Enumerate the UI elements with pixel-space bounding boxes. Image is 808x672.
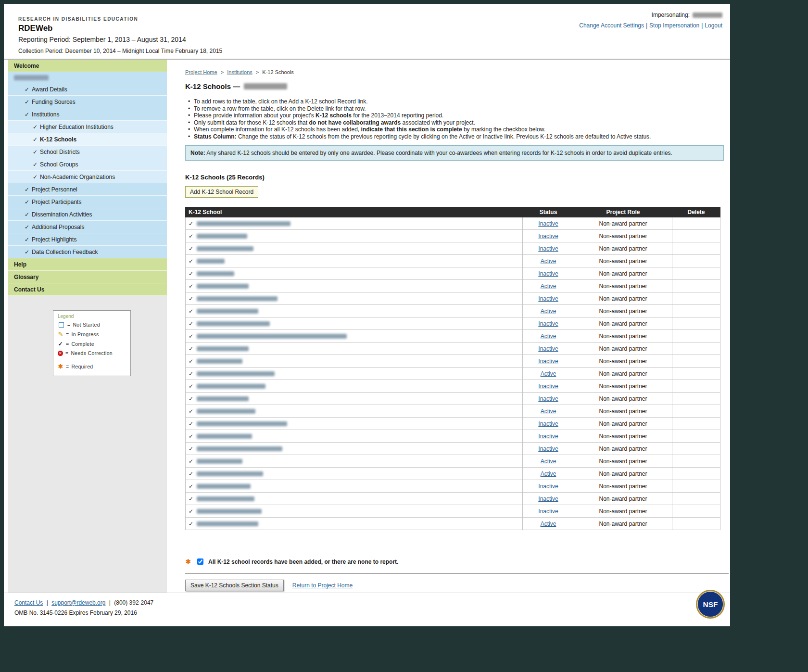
status-link-active[interactable]: Active bbox=[541, 470, 556, 477]
delete-cell bbox=[672, 468, 720, 480]
redacted-school-name bbox=[197, 384, 265, 389]
instruction-item: To add rows to the table, click on the A… bbox=[187, 98, 730, 105]
status-link-inactive[interactable]: Inactive bbox=[538, 433, 558, 440]
sidebar-item-higher-education-institutions[interactable]: Higher Education Institutions bbox=[8, 121, 167, 133]
sidebar-link-help[interactable]: Help bbox=[8, 258, 167, 271]
redacted-school-name bbox=[197, 471, 263, 476]
status-link-inactive[interactable]: Inactive bbox=[538, 345, 558, 352]
school-cell bbox=[186, 430, 523, 443]
status-link-inactive[interactable]: Inactive bbox=[538, 295, 558, 302]
sidebar-item-institutions[interactable]: Institutions bbox=[8, 108, 167, 121]
project-role-cell: Non-award partner bbox=[574, 317, 672, 330]
footer-contact-us-link[interactable]: Contact Us bbox=[14, 599, 43, 606]
page: RESEARCH IN DISABILITIES EDUCATION RDEWe… bbox=[4, 4, 730, 626]
school-cell bbox=[186, 405, 523, 418]
delete-cell bbox=[672, 330, 720, 342]
sidebar-item-school-groups[interactable]: School Groups bbox=[8, 158, 167, 171]
legend-title: Legend bbox=[58, 314, 126, 319]
save-section-status-button[interactable]: Save K-12 Schools Section Status bbox=[185, 580, 284, 591]
table-row: InactiveNon-award partner bbox=[186, 418, 720, 430]
logout-link[interactable]: Logout bbox=[705, 22, 722, 29]
status-link-inactive[interactable]: Inactive bbox=[538, 508, 558, 515]
status-link-inactive[interactable]: Inactive bbox=[538, 245, 558, 252]
separator: | bbox=[701, 22, 703, 29]
sidebar-item-additional-proposals[interactable]: Additional Proposals bbox=[8, 221, 167, 233]
status-link-active[interactable]: Active bbox=[541, 283, 556, 290]
status-link-inactive[interactable]: Inactive bbox=[538, 383, 558, 390]
sidebar-nav: Award DetailsFunding SourcesInstitutions… bbox=[8, 72, 167, 258]
status-link-active[interactable]: Active bbox=[541, 308, 556, 315]
status-link-active[interactable]: Active bbox=[541, 408, 556, 415]
sidebar-item-school-districts[interactable]: School Districts bbox=[8, 146, 167, 158]
delete-cell bbox=[672, 267, 720, 280]
check-icon bbox=[189, 308, 193, 315]
status-link-inactive[interactable]: Inactive bbox=[538, 358, 558, 365]
footer-support-email-link[interactable]: support@rdeweb.org bbox=[51, 599, 105, 606]
legend-equals: = bbox=[66, 364, 69, 369]
redacted-school-name bbox=[197, 359, 242, 364]
status-link-inactive[interactable]: Inactive bbox=[538, 270, 558, 277]
sidebar-link-contact-us[interactable]: Contact Us bbox=[8, 283, 167, 296]
sidebar-item-project-highlights[interactable]: Project Highlights bbox=[8, 233, 167, 246]
sidebar-item-label: Additional Proposals bbox=[32, 224, 84, 230]
project-role-cell: Non-award partner bbox=[574, 242, 672, 255]
status-link-active[interactable]: Active bbox=[541, 370, 556, 377]
sidebar-item-label: Project Personnel bbox=[32, 186, 77, 193]
table-row: InactiveNon-award partner bbox=[186, 355, 720, 368]
sidebar-item-project-participants[interactable]: Project Participants bbox=[8, 196, 167, 208]
delete-cell bbox=[672, 443, 720, 455]
sidebar-link-welcome[interactable]: Welcome bbox=[8, 60, 167, 72]
sidebar-item-project[interactable] bbox=[8, 72, 167, 83]
sidebar-item-award-details[interactable]: Award Details bbox=[8, 83, 167, 96]
status-cell: Inactive bbox=[523, 393, 574, 405]
project-role-cell: Non-award partner bbox=[574, 305, 672, 317]
sidebar-item-dissemination-activities[interactable]: Dissemination Activities bbox=[8, 208, 167, 221]
instruction-item: To remove a row from the table, click on… bbox=[187, 105, 730, 113]
table-row: InactiveNon-award partner bbox=[186, 342, 720, 355]
sidebar-link-glossary[interactable]: Glossary bbox=[8, 271, 167, 283]
change-account-settings-link[interactable]: Change Account Settings bbox=[579, 22, 644, 29]
status-link-inactive[interactable]: Inactive bbox=[538, 420, 558, 427]
status-link-active[interactable]: Active bbox=[541, 520, 556, 527]
check-icon bbox=[33, 136, 38, 143]
status-link-active[interactable]: Active bbox=[541, 333, 556, 340]
check-icon bbox=[33, 174, 38, 180]
table-row: ActiveNon-award partner bbox=[186, 468, 720, 480]
sidebar-item-funding-sources[interactable]: Funding Sources bbox=[8, 96, 167, 108]
in-progress-icon bbox=[58, 330, 63, 338]
sidebar-item-non-academic-organizations[interactable]: Non-Academic Organizations bbox=[8, 171, 167, 183]
delete-cell bbox=[672, 342, 720, 355]
redacted-school-name bbox=[197, 421, 287, 426]
status-link-inactive[interactable]: Inactive bbox=[538, 395, 558, 402]
status-link-inactive[interactable]: Inactive bbox=[538, 445, 558, 452]
return-to-project-home-link[interactable]: Return to Project Home bbox=[292, 582, 353, 589]
breadcrumb-project-home[interactable]: Project Home bbox=[185, 69, 217, 75]
status-link-inactive[interactable]: Inactive bbox=[538, 220, 558, 227]
status-link-active[interactable]: Active bbox=[541, 458, 556, 465]
sidebar-item-k-12-schools[interactable]: K-12 Schools bbox=[8, 133, 167, 146]
sidebar-item-label: School Groups bbox=[40, 161, 78, 168]
school-cell bbox=[186, 418, 523, 430]
add-k12-school-record-button[interactable]: Add K-12 School Record bbox=[185, 186, 258, 198]
status-link-inactive[interactable]: Inactive bbox=[538, 233, 558, 240]
status-link-inactive[interactable]: Inactive bbox=[538, 483, 558, 490]
main-content: Project Home > Institutions > K-12 Schoo… bbox=[167, 60, 730, 593]
status-link-inactive[interactable]: Inactive bbox=[538, 320, 558, 327]
completion-checkbox[interactable] bbox=[197, 558, 203, 565]
check-icon bbox=[189, 358, 193, 365]
sidebar-item-project-personnel[interactable]: Project Personnel bbox=[8, 183, 167, 196]
status-cell: Inactive bbox=[523, 480, 574, 493]
redacted-school-name bbox=[197, 234, 247, 239]
sidebar-bottom: HelpGlossaryContact Us bbox=[8, 258, 167, 296]
breadcrumb-institutions[interactable]: Institutions bbox=[227, 69, 252, 75]
stop-impersonation-link[interactable]: Stop Impersonation bbox=[649, 22, 699, 29]
status-link-inactive[interactable]: Inactive bbox=[538, 495, 558, 502]
sidebar-item-data-collection-feedback[interactable]: Data Collection Feedback bbox=[8, 246, 167, 258]
status-cell: Active bbox=[523, 518, 574, 530]
status-link-active[interactable]: Active bbox=[541, 258, 556, 265]
sidebar: Welcome Award DetailsFunding SourcesInst… bbox=[8, 60, 167, 593]
separator: | bbox=[646, 22, 647, 29]
column-header-delete: Delete bbox=[672, 207, 720, 217]
status-cell: Active bbox=[523, 468, 574, 480]
check-icon bbox=[189, 258, 193, 265]
